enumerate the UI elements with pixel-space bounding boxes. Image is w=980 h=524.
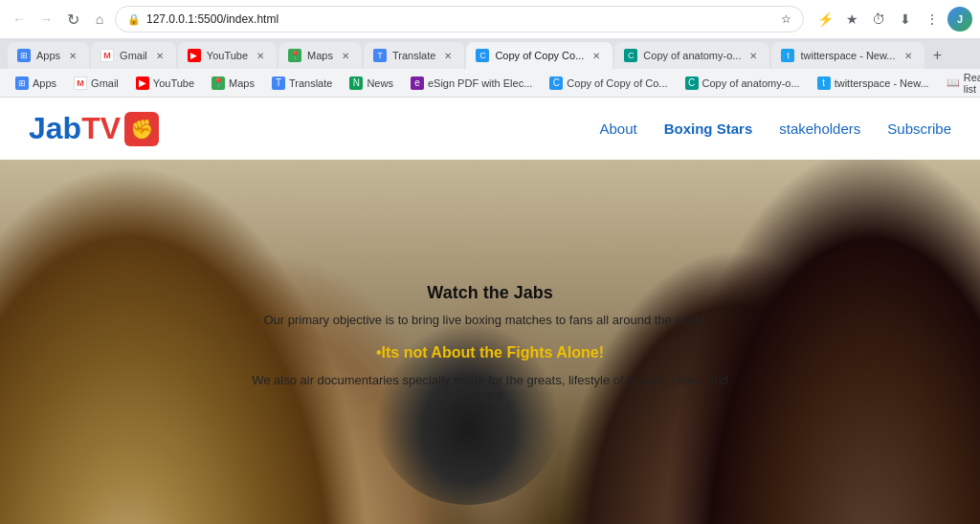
bookmark-label-gmail: Gmail bbox=[91, 77, 119, 89]
tab-close-translate[interactable]: ✕ bbox=[441, 49, 455, 62]
hero-section: Watch the Jabs Our primary objective is … bbox=[0, 160, 980, 524]
tab-label-copy2: Copy of anatomy-o... bbox=[643, 50, 741, 61]
hero-subtitle: Our primary objective is to bring live b… bbox=[245, 313, 724, 327]
history-icon[interactable]: ⏱ bbox=[867, 8, 890, 31]
tab-label-maps: Maps bbox=[307, 50, 333, 61]
browser-controls-bar: ← → ↻ ⌂ 🔒 127.0.0.1:5500/index.html ☆ ⚡ … bbox=[0, 0, 980, 38]
star-icon[interactable]: ☆ bbox=[781, 12, 791, 26]
nav-stakeholders[interactable]: stakeholders bbox=[779, 120, 860, 137]
home-button[interactable]: ⌂ bbox=[88, 8, 111, 31]
lock-icon: 🔒 bbox=[127, 13, 141, 26]
tab-favicon-maps: 📍 bbox=[288, 49, 301, 62]
tab-youtube[interactable]: ▶ YouTube ✕ bbox=[178, 42, 277, 69]
browser-toolbar-icons: ⚡ ★ ⏱ ⬇ ⋮ J bbox=[813, 7, 972, 32]
logo-tv: TV bbox=[81, 111, 121, 145]
logo-fist-icon: ✊ bbox=[124, 112, 159, 146]
tab-favicon-copy1: C bbox=[476, 49, 489, 62]
bookmark-label-translate: Translate bbox=[289, 77, 332, 89]
bookmark-label-maps: Maps bbox=[229, 77, 255, 89]
tab-apps[interactable]: ⊞ Apps ✕ bbox=[8, 42, 89, 69]
tab-close-gmail[interactable]: ✕ bbox=[153, 49, 167, 62]
bookmark-favicon-copy1: C bbox=[549, 76, 563, 90]
bookmark-translate[interactable]: T Translate bbox=[264, 75, 340, 92]
bookmarks-bar: ⊞ Apps M Gmail ▶ YouTube 📍 Maps T Transl… bbox=[0, 69, 980, 98]
nav-subscribe[interactable]: Subscribe bbox=[887, 120, 951, 137]
tab-label-twitter: twitterspace - New... bbox=[800, 50, 895, 61]
bookmark-favicon-copy2: C bbox=[685, 76, 699, 90]
site-logo[interactable]: JabTV ✊ bbox=[29, 111, 159, 146]
bookmark-label-copy1: Copy of Copy of Co... bbox=[567, 77, 667, 89]
tab-label-youtube: YouTube bbox=[207, 50, 248, 61]
bookmark-favicon-esign: e bbox=[411, 76, 424, 90]
bookmark-label-apps: Apps bbox=[33, 77, 56, 89]
tab-close-youtube[interactable]: ✕ bbox=[254, 49, 267, 62]
bookmark-youtube[interactable]: ▶ YouTube bbox=[128, 75, 202, 92]
new-tab-button[interactable]: + bbox=[926, 44, 949, 67]
nav-boxing-stars[interactable]: Boxing Stars bbox=[664, 120, 753, 137]
tab-copy1[interactable]: C Copy of Copy Co... ✕ bbox=[466, 42, 612, 69]
bookmark-favicon-twitter: t bbox=[817, 76, 831, 90]
tab-maps[interactable]: 📍 Maps ✕ bbox=[278, 42, 362, 69]
bookmark-favicon-maps: 📍 bbox=[212, 76, 225, 90]
hero-title: Watch the Jabs bbox=[245, 283, 735, 303]
tab-close-copy1[interactable]: ✕ bbox=[590, 49, 603, 62]
forward-button[interactable]: → bbox=[34, 8, 57, 31]
bookmark-favicon-youtube: ▶ bbox=[136, 76, 149, 90]
tab-twitter[interactable]: t twitterspace - New... ✕ bbox=[771, 42, 924, 69]
bookmark-copy1[interactable]: C Copy of Copy of Co... bbox=[542, 75, 675, 92]
reading-list-label: Reading list bbox=[964, 72, 980, 95]
bookmark-favicon-gmail: M bbox=[74, 76, 87, 90]
tab-favicon-apps: ⊞ bbox=[17, 49, 31, 62]
logo-jab: Jab bbox=[29, 111, 81, 145]
tab-favicon-copy2: C bbox=[624, 49, 637, 62]
bookmark-label-copy2: Copy of anatomy-o... bbox=[702, 77, 800, 89]
hero-tagline: •Its not About the Fights Alone! bbox=[245, 344, 735, 361]
tab-label-translate: Translate bbox=[392, 50, 435, 61]
fist-emoji: ✊ bbox=[130, 118, 154, 141]
tab-close-twitter[interactable]: ✕ bbox=[902, 49, 915, 62]
hero-tagline-highlight: Alone! bbox=[556, 344, 604, 360]
bookmark-copy2[interactable]: C Copy of anatomy-o... bbox=[678, 75, 808, 92]
tabs-bar: ⊞ Apps ✕ M Gmail ✕ ▶ YouTube ✕ 📍 Maps ✕ … bbox=[0, 38, 980, 69]
tab-close-maps[interactable]: ✕ bbox=[339, 49, 352, 62]
bookmark-favicon-apps: ⊞ bbox=[15, 76, 29, 90]
tab-label-copy1: Copy of Copy Co... bbox=[495, 50, 584, 61]
bookmark-label-twitter: twitterspace - New... bbox=[835, 77, 929, 89]
url-text: 127.0.0.1:5500/index.html bbox=[146, 12, 775, 26]
extensions-icon[interactable]: ⚡ bbox=[813, 8, 836, 31]
tab-gmail[interactable]: M Gmail ✕ bbox=[91, 42, 176, 69]
refresh-button[interactable]: ↻ bbox=[61, 8, 84, 31]
hero-description: We also air documentaries specially made… bbox=[245, 373, 735, 402]
reading-list-icon: 📖 bbox=[947, 76, 960, 89]
tab-favicon-youtube: ▶ bbox=[188, 49, 201, 62]
bookmark-gmail[interactable]: M Gmail bbox=[66, 75, 126, 92]
settings-icon[interactable]: ⋮ bbox=[921, 8, 944, 31]
bookmark-maps[interactable]: 📍 Maps bbox=[204, 75, 262, 92]
bookmark-label-esign: eSign PDF with Elec... bbox=[428, 77, 532, 89]
bookmark-esign[interactable]: e eSign PDF with Elec... bbox=[403, 75, 540, 92]
nav-about[interactable]: About bbox=[600, 120, 637, 137]
website-content: JabTV ✊ About Boxing Stars stakeholders … bbox=[0, 98, 980, 524]
logo-text: JabTV bbox=[29, 111, 121, 146]
tab-close-copy2[interactable]: ✕ bbox=[746, 49, 760, 62]
address-bar[interactable]: 🔒 127.0.0.1:5500/index.html ☆ bbox=[115, 6, 804, 33]
bookmark-label-youtube: YouTube bbox=[153, 77, 194, 89]
bookmark-news[interactable]: N News bbox=[342, 75, 401, 92]
downloads-icon[interactable]: ⬇ bbox=[894, 8, 917, 31]
back-button[interactable]: ← bbox=[8, 8, 31, 31]
bookmark-label-news: News bbox=[367, 77, 393, 89]
tab-label-gmail: Gmail bbox=[120, 50, 147, 61]
tab-close-apps[interactable]: ✕ bbox=[66, 49, 79, 62]
bookmark-favicon-translate: T bbox=[272, 76, 285, 90]
tab-favicon-twitter: t bbox=[781, 49, 794, 62]
bookmark-twitter[interactable]: t twitterspace - New... bbox=[810, 75, 937, 92]
bookmark-icon[interactable]: ★ bbox=[840, 8, 863, 31]
profile-avatar[interactable]: J bbox=[947, 7, 972, 32]
tab-copy2[interactable]: C Copy of anatomy-o... ✕ bbox=[614, 42, 769, 69]
reading-list-button[interactable]: 📖 Reading list bbox=[939, 70, 980, 97]
site-navigation: JabTV ✊ About Boxing Stars stakeholders … bbox=[0, 98, 980, 160]
hero-text-content: Watch the Jabs Our primary objective is … bbox=[245, 283, 735, 402]
bookmark-apps[interactable]: ⊞ Apps bbox=[8, 75, 64, 92]
tab-translate[interactable]: T Translate ✕ bbox=[364, 42, 464, 69]
hero-tagline-prefix: •Its not About the Fights bbox=[376, 344, 556, 360]
